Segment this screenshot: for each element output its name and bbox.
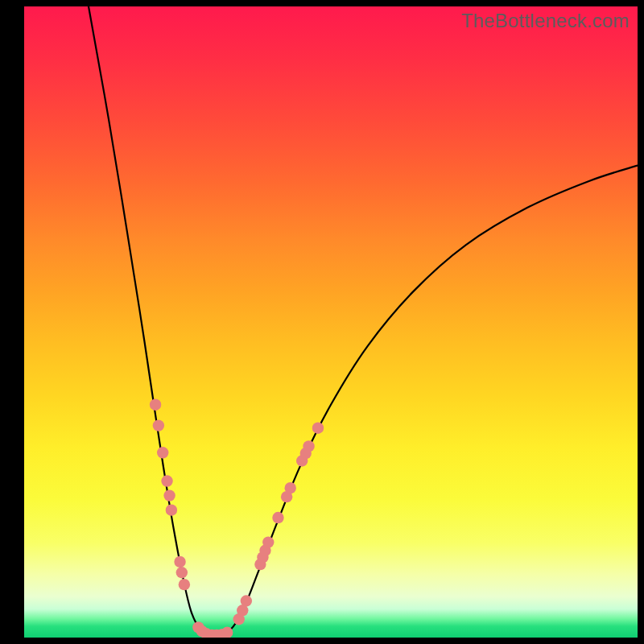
- data-marker: [174, 556, 185, 568]
- marker-group: [150, 399, 324, 638]
- plot-area: TheBottleneck.com: [24, 6, 638, 638]
- bottleneck-curve-path: [89, 6, 638, 636]
- data-marker: [153, 419, 164, 431]
- chart-frame: TheBottleneck.com: [0, 0, 644, 644]
- data-marker: [176, 567, 188, 578]
- curve-svg: [24, 6, 638, 638]
- data-marker: [312, 423, 324, 434]
- data-marker: [150, 399, 161, 411]
- data-marker: [262, 536, 274, 547]
- data-marker: [166, 504, 177, 515]
- data-marker: [157, 447, 168, 458]
- data-marker: [241, 595, 252, 606]
- data-marker: [272, 512, 283, 523]
- data-marker: [161, 475, 172, 486]
- data-marker: [163, 489, 175, 501]
- data-marker: [303, 440, 314, 452]
- data-marker: [179, 579, 190, 590]
- data-marker: [285, 482, 296, 493]
